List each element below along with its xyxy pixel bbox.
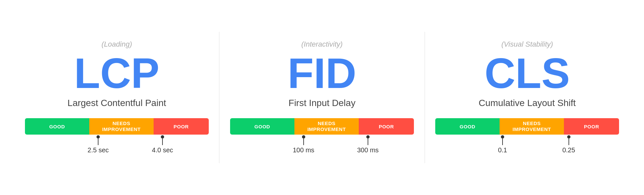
fid-marker: 100 ms <box>293 135 314 154</box>
lcp-needs-segment: NEEDSIMPROVEMENT <box>89 118 154 135</box>
lcp-poor-segment: POOR <box>154 118 209 135</box>
fid-name: First Input Delay <box>289 98 355 108</box>
cls-good-segment: GOOD <box>435 118 500 135</box>
fid-marker-line <box>303 139 304 145</box>
fid-poor-segment: POOR <box>359 118 414 135</box>
fid-marker-line <box>368 139 368 145</box>
lcp-marker-dot <box>97 135 100 139</box>
metric-card-fid: (Interactivity) FID First Input Delay GO… <box>230 40 414 155</box>
cls-marker-dot <box>501 135 504 139</box>
metrics-container: (Loading) LCP Largest Contentful Paint G… <box>0 25 644 170</box>
lcp-acronym: LCP <box>74 52 160 95</box>
lcp-marker-line <box>162 139 163 145</box>
cls-bar: GOOD NEEDSIMPROVEMENT POOR <box>435 118 619 135</box>
cls-acronym: CLS <box>484 52 570 95</box>
cls-marker-dot <box>567 135 570 139</box>
fid-category: (Interactivity) <box>301 40 343 49</box>
cls-needs-segment: NEEDSIMPROVEMENT <box>500 118 564 135</box>
cls-markers: 0.1 0.25 <box>435 135 619 155</box>
cls-name: Cumulative Layout Shift <box>479 98 576 108</box>
fid-acronym: FID <box>288 52 356 95</box>
lcp-good-segment: GOOD <box>25 118 89 135</box>
lcp-markers: 2.5 sec 4.0 sec <box>25 135 209 155</box>
cls-marker-line <box>502 139 503 145</box>
cls-marker-label: 0.25 <box>562 146 575 154</box>
cls-bar-section: GOOD NEEDSIMPROVEMENT POOR 0.1 <box>435 118 619 155</box>
lcp-category: (Loading) <box>101 40 132 49</box>
fid-bar: GOOD NEEDSIMPROVEMENT POOR <box>230 118 414 135</box>
fid-marker-label: 100 ms <box>293 146 314 154</box>
cls-category: (Visual Stability) <box>502 40 553 49</box>
lcp-marker-line <box>98 139 98 145</box>
lcp-name: Largest Contentful Paint <box>68 98 166 108</box>
fid-marker-dot <box>302 135 305 139</box>
fid-markers: 100 ms 300 ms <box>230 135 414 155</box>
cls-marker: 0.25 <box>562 135 575 154</box>
lcp-marker: 2.5 sec <box>88 135 109 154</box>
cls-poor-segment: POOR <box>564 118 619 135</box>
lcp-marker-label: 2.5 sec <box>88 146 109 154</box>
cls-marker: 0.1 <box>498 135 507 154</box>
metric-card-lcp: (Loading) LCP Largest Contentful Paint G… <box>25 40 209 155</box>
metric-card-cls: (Visual Stability) CLS Cumulative Layout… <box>435 40 619 155</box>
lcp-marker-dot <box>161 135 164 139</box>
lcp-bar: GOOD NEEDSIMPROVEMENT POOR <box>25 118 209 135</box>
lcp-marker-label: 4.0 sec <box>152 146 173 154</box>
fid-good-segment: GOOD <box>230 118 294 135</box>
fid-marker: 300 ms <box>357 135 379 154</box>
lcp-bar-section: GOOD NEEDSIMPROVEMENT POOR 2.5 sec <box>25 118 209 155</box>
fid-needs-segment: NEEDSIMPROVEMENT <box>294 118 359 135</box>
cls-marker-line <box>569 139 569 145</box>
metric-divider <box>219 32 220 163</box>
metric-divider <box>424 32 425 163</box>
lcp-marker: 4.0 sec <box>152 135 173 154</box>
fid-bar-section: GOOD NEEDSIMPROVEMENT POOR 100 ms <box>230 118 414 155</box>
fid-marker-label: 300 ms <box>357 146 379 154</box>
cls-marker-label: 0.1 <box>498 146 507 154</box>
fid-marker-dot <box>366 135 370 139</box>
